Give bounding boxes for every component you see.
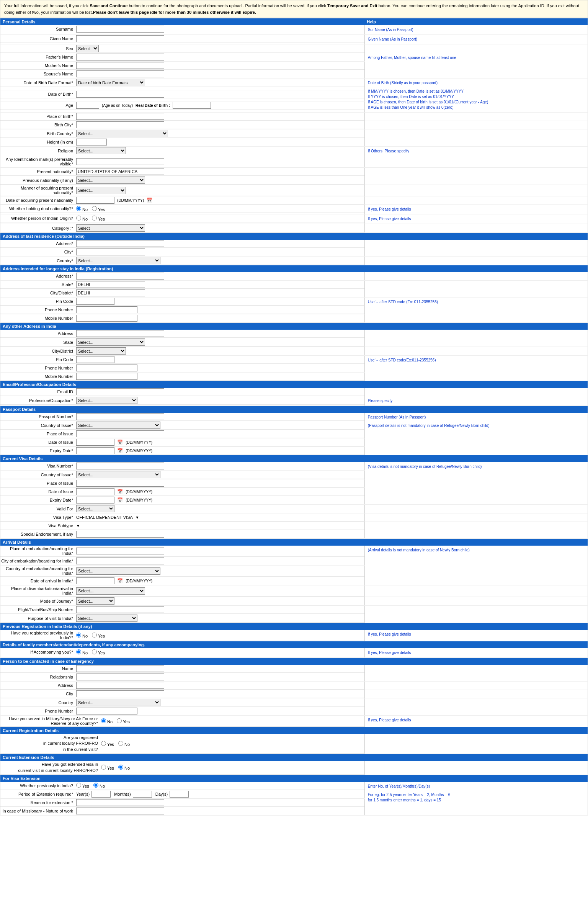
visa-subtype-dropdown[interactable]: ▼ xyxy=(76,524,80,528)
current-reg-yes-radio[interactable] xyxy=(101,741,106,746)
arrival-date-input[interactable] xyxy=(76,577,114,584)
indian-no-label[interactable]: No xyxy=(76,217,88,221)
surname-input[interactable] xyxy=(76,26,164,33)
family-yes-radio[interactable] xyxy=(92,649,97,654)
email-input[interactable] xyxy=(76,388,164,395)
visa-place-input[interactable] xyxy=(76,480,164,487)
military-yes-label[interactable]: Yes xyxy=(117,719,130,724)
father-name-input[interactable] xyxy=(76,54,164,60)
other-mobile-input[interactable] xyxy=(76,373,137,380)
emergency-phone-input[interactable] xyxy=(76,708,137,714)
family-no-radio[interactable] xyxy=(76,649,81,654)
arrival-country-select[interactable]: Select... xyxy=(76,567,160,575)
passport-country-select[interactable]: Select... xyxy=(76,422,160,429)
outside-country-select[interactable]: Select... xyxy=(76,257,160,264)
arrival-city-input[interactable] xyxy=(76,557,164,564)
special-endorsement-input[interactable] xyxy=(76,531,164,538)
date-acquiring-calendar[interactable]: 📅 xyxy=(147,198,152,203)
family-no-label[interactable]: No xyxy=(76,651,88,655)
other-address-input[interactable] xyxy=(76,330,164,337)
current-ext-no-label[interactable]: No xyxy=(118,766,130,770)
mother-name-input[interactable] xyxy=(76,62,164,69)
dob-input[interactable] xyxy=(76,91,164,98)
birth-city-input[interactable] xyxy=(76,121,164,128)
visa-number-input[interactable] xyxy=(76,463,164,469)
sex-select[interactable]: SelectMaleFemaleOther xyxy=(76,45,99,52)
prev-reg-no-radio[interactable] xyxy=(76,633,81,638)
military-yes-radio[interactable] xyxy=(117,718,122,723)
emergency-rel-input[interactable] xyxy=(76,674,164,680)
current-ext-yes-label[interactable]: Yes xyxy=(101,766,114,770)
current-ext-yes-radio[interactable] xyxy=(101,765,106,770)
prev-reg-yes-radio[interactable] xyxy=(92,633,97,638)
prev-reg-no-label[interactable]: No xyxy=(76,634,88,638)
reason-ext-input[interactable] xyxy=(76,799,164,806)
prev-india-no-radio[interactable] xyxy=(93,783,98,788)
prev-reg-yes-label[interactable]: Yes xyxy=(92,634,105,638)
prev-nationality-select[interactable]: Select... xyxy=(76,177,145,184)
arrival-purpose-select[interactable]: Select...TourismBusinessStudyEmploymentO… xyxy=(76,615,137,622)
indian-yes-label[interactable]: Yes xyxy=(92,217,105,221)
india-address-input[interactable] xyxy=(76,273,164,280)
days-input[interactable] xyxy=(170,791,189,798)
other-city-select[interactable]: Select... xyxy=(76,347,126,355)
prev-india-yes-label[interactable]: Yes xyxy=(76,784,89,788)
given-name-input[interactable] xyxy=(76,35,164,42)
visa-valid-select[interactable]: Select...SingleDoubleMultiple xyxy=(76,505,114,512)
prev-india-yes-radio[interactable] xyxy=(76,783,81,788)
arrival-mode-select[interactable]: Select... xyxy=(76,597,114,605)
age-input[interactable] xyxy=(76,102,99,109)
arrival-flight-input[interactable] xyxy=(76,606,164,613)
india-state-input[interactable] xyxy=(76,281,145,288)
dual-yes-radio[interactable] xyxy=(92,206,97,211)
india-mobile-input[interactable] xyxy=(76,315,137,322)
place-birth-input[interactable] xyxy=(76,113,164,120)
arrival-place-input[interactable] xyxy=(76,548,164,554)
passport-doi-input[interactable] xyxy=(76,439,114,446)
height-input[interactable] xyxy=(76,139,107,146)
dual-no-label[interactable]: No xyxy=(76,207,88,212)
visa-expiry-calendar[interactable]: 📅 xyxy=(117,497,123,503)
outside-city-input[interactable] xyxy=(76,249,145,255)
passport-expiry-calendar[interactable]: 📅 xyxy=(117,448,123,453)
current-reg-no-radio[interactable] xyxy=(118,741,123,746)
current-reg-yes-label[interactable]: Yes xyxy=(101,742,114,747)
passport-number-input[interactable] xyxy=(76,413,164,420)
date-acquiring-input[interactable] xyxy=(76,197,114,204)
arrival-disembark-select[interactable]: Select.... xyxy=(76,587,145,595)
india-phone-input[interactable] xyxy=(76,306,137,313)
dob-format-select[interactable]: Date of birth Date FormatsDD/MM/YYYYMM/Y… xyxy=(76,79,145,86)
missionary-input[interactable] xyxy=(76,808,164,814)
passport-doi-calendar[interactable]: 📅 xyxy=(117,440,123,445)
present-nationality-input[interactable] xyxy=(76,168,164,175)
arrival-date-calendar[interactable]: 📅 xyxy=(117,578,123,584)
emergency-name-input[interactable] xyxy=(76,665,164,672)
current-ext-no-radio[interactable] xyxy=(118,765,123,770)
indian-yes-radio[interactable] xyxy=(92,216,97,221)
profession-select[interactable]: Select...ServiceBusinessStudentRetiredOt… xyxy=(76,397,137,404)
spouse-name-input[interactable] xyxy=(76,70,164,77)
india-city-input[interactable] xyxy=(76,289,145,296)
category-select[interactable]: SelectTouristBusinessStudentEmploymentOt… xyxy=(76,224,145,232)
military-no-radio[interactable] xyxy=(101,718,106,723)
real-dob-input[interactable] xyxy=(173,102,211,109)
passport-expiry-input[interactable] xyxy=(76,447,114,454)
emergency-city-input[interactable] xyxy=(76,690,164,697)
other-pin-input[interactable] xyxy=(76,356,114,363)
india-pin-input[interactable] xyxy=(76,298,114,305)
military-no-label[interactable]: No xyxy=(101,719,113,724)
emergency-address-input[interactable] xyxy=(76,682,164,689)
other-state-select[interactable]: Select... xyxy=(76,338,145,346)
current-reg-no-label2[interactable]: No xyxy=(118,742,130,747)
visa-doi-calendar[interactable]: 📅 xyxy=(117,489,123,494)
visa-type-dropdown[interactable]: ▼ xyxy=(135,515,139,520)
emergency-country-select[interactable]: Select... xyxy=(76,699,160,706)
passport-place-input[interactable] xyxy=(76,430,164,437)
months-input[interactable] xyxy=(133,791,152,798)
religion-select[interactable]: Select...HinduMuslimChristianSikhBuddhis… xyxy=(76,147,126,154)
visa-expiry-input[interactable] xyxy=(76,497,114,504)
family-yes-label[interactable]: Yes xyxy=(92,651,105,655)
other-phone-input[interactable] xyxy=(76,365,137,371)
indian-no-radio[interactable] xyxy=(76,216,81,221)
id-marks-input[interactable] xyxy=(76,158,164,165)
